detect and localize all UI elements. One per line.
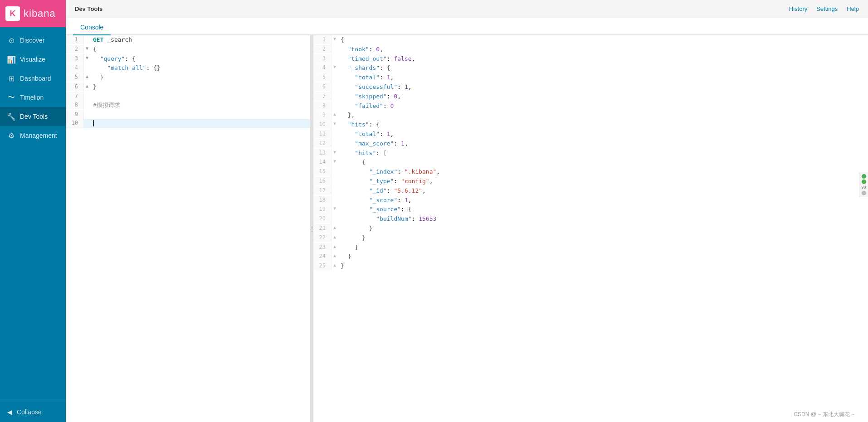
topbar: Dev Tools History Settings Help bbox=[66, 0, 868, 18]
result-line-1: 1 ▼ { bbox=[313, 35, 868, 45]
settings-button[interactable]: Settings bbox=[816, 5, 838, 12]
collapse-label: Collapse bbox=[17, 408, 41, 416]
result-line-9: 9 ▲ }, bbox=[313, 111, 868, 120]
result-line-2: 2 "took": 0, bbox=[313, 45, 868, 54]
compass-icon: ⊙ bbox=[7, 36, 15, 44]
scroll-num: 90 bbox=[861, 185, 866, 190]
history-button[interactable]: History bbox=[789, 5, 807, 12]
sidebar-item-devtools[interactable]: 🔧 Dev Tools bbox=[0, 107, 66, 126]
wrench-icon: 🔧 bbox=[7, 112, 15, 121]
result-line-20: 20 "buildNum": 15653 bbox=[313, 214, 868, 224]
result-line-11: 11 "total": 1, bbox=[313, 130, 868, 139]
result-line-18: 18 "_score": 1, bbox=[313, 196, 868, 205]
result-line-5: 5 "total": 1, bbox=[313, 73, 868, 82]
editor-line-8: 8 #模拟请求 bbox=[66, 101, 310, 110]
console-tab-bar: Console bbox=[66, 18, 868, 35]
editor-content[interactable]: 1 GET _search 2 ▼ { 3 ▼ "query": { 4 bbox=[66, 35, 310, 422]
help-button[interactable]: Help bbox=[847, 5, 859, 12]
scroll-dot-gray bbox=[862, 191, 866, 195]
result-line-16: 16 "_type": "config", bbox=[313, 177, 868, 186]
gear-icon: ⚙ bbox=[7, 131, 15, 140]
editor-line-6: 6 ▲ } bbox=[66, 82, 310, 92]
page-title: Dev Tools bbox=[75, 5, 102, 12]
bar-chart-icon: 📊 bbox=[7, 55, 15, 63]
result-line-17: 17 "_id": "5.6.12", bbox=[313, 186, 868, 196]
kibana-logo-icon: K bbox=[5, 6, 20, 21]
result-line-14: 14 ▼ { bbox=[313, 158, 868, 167]
topbar-actions: History Settings Help bbox=[789, 5, 859, 12]
result-line-12: 12 "max_score": 1, bbox=[313, 139, 868, 149]
sidebar-nav: ⊙ Discover 📊 Visualize ⊞ Dashboard 〜 Tim… bbox=[0, 27, 66, 402]
result-line-19: 19 ▼ "_source": { bbox=[313, 205, 868, 214]
sidebar-item-timelion[interactable]: 〜 Timelion bbox=[0, 88, 66, 107]
sidebar-item-dashboard[interactable]: ⊞ Dashboard bbox=[0, 69, 66, 88]
scroll-dot-green-1 bbox=[862, 174, 866, 179]
sidebar-item-label: Visualize bbox=[20, 56, 45, 63]
sidebar-item-label: Dev Tools bbox=[20, 113, 48, 120]
result-line-13: 13 ▼ "hits": [ bbox=[313, 149, 868, 158]
sidebar-collapse-button[interactable]: ◀ Collapse bbox=[0, 402, 66, 422]
result-line-21: 21 ▲ } bbox=[313, 224, 868, 233]
main-area: Dev Tools History Settings Help Console … bbox=[66, 0, 868, 422]
result-line-25: 25 ▲ } bbox=[313, 262, 868, 271]
sidebar-logo[interactable]: K kibana bbox=[0, 0, 66, 27]
right-result-panel: 1 ▼ { 2 "took": 0, 3 "timed_out": false,… bbox=[313, 35, 868, 422]
result-line-10: 10 ▼ "hits": { bbox=[313, 120, 868, 130]
editor-area: 1 GET _search 2 ▼ { 3 ▼ "query": { 4 bbox=[66, 35, 868, 422]
editor-line-7: 7 bbox=[66, 92, 310, 101]
scroll-dot-green-2 bbox=[862, 179, 866, 184]
editor-line-4: 4 "match_all": {} bbox=[66, 63, 310, 73]
sidebar-item-label: Management bbox=[20, 132, 57, 139]
scrollbar-indicators: 90 bbox=[859, 172, 868, 197]
result-line-3: 3 "timed_out": false, bbox=[313, 54, 868, 64]
sidebar: K kibana ⊙ Discover 📊 Visualize ⊞ Dashbo… bbox=[0, 0, 66, 422]
tab-console[interactable]: Console bbox=[73, 20, 111, 35]
result-line-24: 24 ▲ } bbox=[313, 252, 868, 262]
editor-line-1: 1 GET _search bbox=[66, 35, 310, 45]
grid-icon: ⊞ bbox=[7, 74, 15, 82]
sidebar-item-discover[interactable]: ⊙ Discover bbox=[0, 31, 66, 50]
result-line-8: 8 "failed": 0 bbox=[313, 102, 868, 111]
result-line-22: 22 ▲ } bbox=[313, 233, 868, 243]
sidebar-item-label: Discover bbox=[20, 37, 44, 44]
result-line-15: 15 "_index": ".kibana", bbox=[313, 167, 868, 177]
collapse-icon: ◀ bbox=[7, 408, 12, 416]
editor-line-10: 10 bbox=[66, 119, 310, 128]
editor-line-2: 2 ▼ { bbox=[66, 45, 310, 54]
result-line-7: 7 "skipped": 0, bbox=[313, 92, 868, 102]
sidebar-item-visualize[interactable]: 📊 Visualize bbox=[0, 50, 66, 69]
editor-line-3: 3 ▼ "query": { bbox=[66, 54, 310, 64]
kibana-logo-text: kibana bbox=[24, 8, 56, 19]
result-line-23: 23 ▲ ] bbox=[313, 243, 868, 252]
left-editor-panel[interactable]: 1 GET _search 2 ▼ { 3 ▼ "query": { 4 bbox=[66, 35, 311, 422]
editor-line-9: 9 bbox=[66, 110, 310, 119]
editor-line-5: 5 ▲ } bbox=[66, 73, 310, 82]
sidebar-item-label: Timelion bbox=[20, 94, 44, 101]
wave-icon: 〜 bbox=[7, 93, 15, 102]
result-line-6: 6 "successful": 1, bbox=[313, 82, 868, 92]
sidebar-item-label: Dashboard bbox=[20, 75, 51, 82]
result-line-4: 4 ▼ "_shards": { bbox=[313, 63, 868, 73]
watermark: CSDN @ ~ 东北大喊花 ~ bbox=[794, 411, 854, 418]
sidebar-item-management[interactable]: ⚙ Management bbox=[0, 126, 66, 145]
